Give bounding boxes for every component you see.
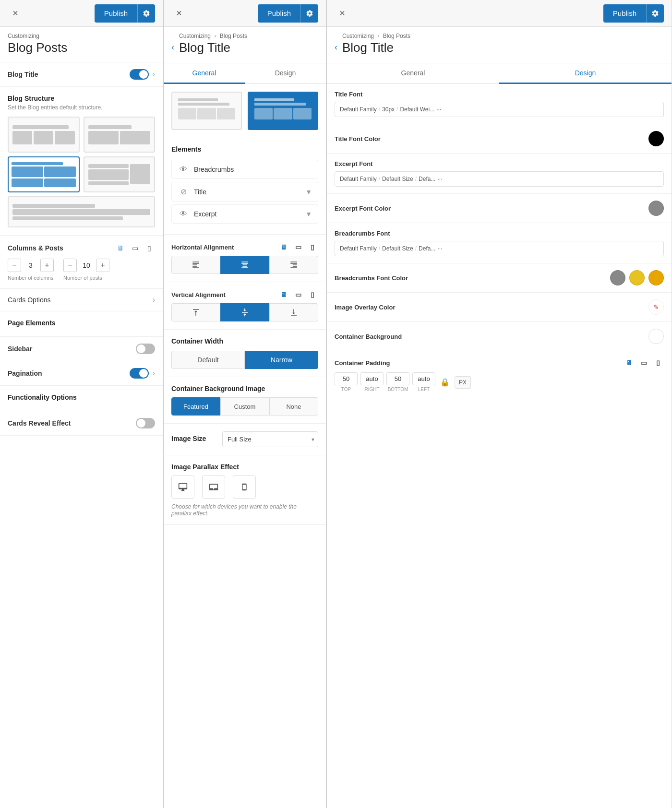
panel2-title-label: Title [194,188,300,196]
panel1-posts-minus[interactable]: − [63,259,77,272]
panel2-image-size-section: Image Size Full Size Large Medium ▾ [164,424,326,455]
panel3-breadcrumbs-font-value[interactable]: Default Family / Default Size / Defa... … [335,241,664,256]
panel3-gear-button[interactable] [646,4,664,23]
panel1-pagination-row[interactable]: Pagination › [0,361,163,386]
panel1-cards-reveal-toggle[interactable] [136,418,155,428]
panel3-publish-button[interactable]: Publish [603,4,646,23]
panel3-breadcrumb-arrow: › [377,33,379,39]
panel2-cw-default[interactable]: Default [171,351,245,369]
panel3-container-padding-section: Container Padding 🖥 ▭ ▯ TOP RIGHT [327,351,672,399]
panel2-h-align-right[interactable] [269,256,318,274]
panel2-h-mobile-icon[interactable]: ▯ [307,242,318,252]
panel2-tab-design[interactable]: Design [245,63,326,84]
panel1-desktop-icon[interactable]: 🖥 [115,243,126,253]
structure-option-2[interactable] [84,117,156,153]
panel2-close-button[interactable]: × [171,6,187,21]
panel2-parallax-mobile[interactable] [233,475,256,499]
panel2-layout-option-2[interactable] [248,92,318,130]
panel1-blog-title-row[interactable]: Blog Title › [0,62,163,87]
panel1-sidebar-row[interactable]: Sidebar [0,337,163,361]
panel1-publish-button[interactable]: Publish [95,4,137,23]
panel3-container-bg-swatch[interactable] [648,329,664,344]
panel3-breadcrumbs-font-size: Default Size [382,245,413,252]
panel3-padding-right-input[interactable] [360,372,384,385]
panel1-tablet-icon[interactable]: ▭ [129,243,141,253]
panel2-cw-narrow[interactable]: Narrow [245,351,318,369]
panel2-h-desktop-icon[interactable]: 🖥 [278,242,289,252]
panel3-excerpt-font-size: Default Size [382,176,413,182]
panel2-back-button[interactable]: ‹ [171,33,174,52]
panel2-gear-button[interactable] [300,4,318,23]
panel3-overlay-color-swatch[interactable]: ✎ [648,299,664,315]
panel2-element-excerpt[interactable]: 👁 Excerpt ▼ [171,204,318,224]
panel2-element-breadcrumbs[interactable]: 👁 Breadcrumbs [171,160,318,179]
eye-icon-2: 👁 [178,210,189,218]
panel3-tab-general[interactable]: General [327,63,499,84]
panel3-title-group: Customizing › Blog Posts Blog Title [342,33,410,55]
panel1-columns-minus[interactable]: − [8,259,21,272]
panel1-cards-options-row[interactable]: Cards Options › [0,289,163,311]
panel2-publish-button[interactable]: Publish [258,4,300,23]
panel2-h-align-center[interactable] [220,256,269,274]
panel3-padding-mobile-icon[interactable]: ▯ [652,358,664,368]
panel2-h-align-label: Horizontal Alignment [171,244,234,251]
panel3-close-button[interactable]: × [335,6,350,21]
structure-option-4[interactable] [84,156,156,192]
structure-option-3[interactable] [8,156,80,192]
panel1-close-button[interactable]: × [8,6,23,21]
structure-option-5[interactable] [8,196,155,227]
panel3-excerpt-color-swatch[interactable] [648,201,664,216]
panel3-publish-group: Publish [603,4,664,23]
panel3-breadcrumbs-swatch-2[interactable] [629,270,645,285]
panel2-v-align-bottom[interactable] [269,303,318,321]
panel1-blog-title-toggle[interactable] [130,69,149,80]
panel3-tab-design[interactable]: Design [499,63,672,84]
panel3-padding-top-input[interactable] [335,372,358,385]
panel3-padding-desktop-icon[interactable]: 🖥 [624,358,635,368]
panel1-mobile-icon[interactable]: ▯ [144,243,155,253]
panel3-breadcrumbs-color-row: Breadcrumbs Font Color [327,263,672,293]
panel1-columns-plus[interactable]: + [40,259,54,272]
panel3-padding-left-input[interactable] [412,372,435,385]
panel3-excerpt-font-weight: Defa... [419,176,435,182]
panel1-pagination-toggle[interactable] [130,368,149,379]
panel3-title-font-value[interactable]: Default Family / 30px / Default Wei... ·… [335,102,664,117]
panel3-back-button[interactable]: ‹ [335,33,337,52]
panel2-v-mobile-icon[interactable]: ▯ [307,290,318,299]
panel3-excerpt-font-value[interactable]: Default Family / Default Size / Defa... … [335,171,664,187]
panel1-pagination-arrow: › [153,369,155,378]
panel2-tab-general[interactable]: General [164,63,245,84]
panel2-v-align-label: Vertical Alignment [171,291,226,298]
panel1-posts-plus[interactable]: + [96,259,109,272]
panel2-h-align-device-icons: 🖥 ▭ ▯ [278,242,318,252]
panel3-title-color-swatch[interactable] [648,131,664,146]
panel3-breadcrumbs-swatch-1[interactable] [610,270,625,285]
panel2-bg-none[interactable]: None [269,397,318,416]
panel2-publish-group: Publish [258,4,318,23]
panel2-parallax-desktop[interactable] [171,475,194,499]
panel1-gear-button[interactable] [137,4,155,23]
panel2-element-title[interactable]: ⊘ Title ▼ [171,182,318,202]
panel2-v-align-middle[interactable] [220,303,269,321]
panel2-bg-featured[interactable]: Featured [171,397,220,416]
panel2-h-tablet-icon[interactable]: ▭ [292,242,304,252]
panel3-padding-unit-button[interactable]: PX [455,376,471,389]
panel3-padding-bottom-input[interactable] [386,372,409,385]
panel3-container-bg-row: Container Background [327,322,672,351]
panel2-layout-option-1[interactable] [171,92,242,130]
panel2-bg-custom[interactable]: Custom [220,397,269,416]
panel2-parallax-tablet[interactable] [202,475,225,499]
structure-option-1[interactable] [8,117,80,153]
panel2-h-align-left[interactable] [171,256,220,274]
panel1-sidebar-toggle[interactable] [136,344,155,354]
panel2-image-size-select[interactable]: Full Size Large Medium [222,431,318,447]
panel2-layout-previews [164,84,326,138]
panel2-content: Elements 👁 Breadcrumbs ⊘ Title ▼ 👁 Excer… [164,84,326,808]
panel1-cards-reveal-row[interactable]: Cards Reveal Effect [0,411,163,436]
panel3-breadcrumbs-swatch-3[interactable] [648,270,664,285]
panel3-padding-tablet-icon[interactable]: ▭ [638,358,649,368]
panel2-v-desktop-icon[interactable]: 🖥 [278,290,289,299]
panel2-v-tablet-icon[interactable]: ▭ [292,290,304,299]
panel3-title-font-size: 30px [382,106,395,113]
panel2-v-align-top[interactable] [171,303,220,321]
